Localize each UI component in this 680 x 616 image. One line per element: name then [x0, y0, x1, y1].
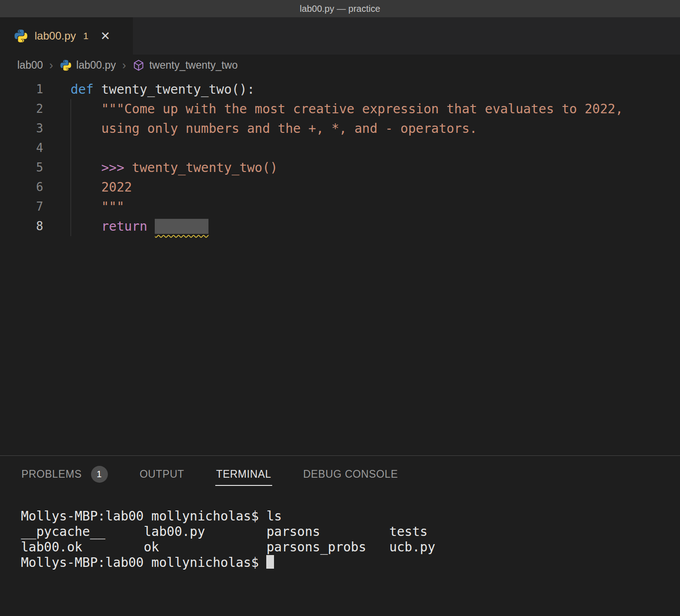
- tab-lab00-py[interactable]: lab00.py 1 ✕: [0, 17, 133, 55]
- tab-terminal-label: TERMINAL: [216, 468, 271, 480]
- window-title: lab00.py — practice: [300, 4, 381, 14]
- tab-output[interactable]: OUTPUT: [139, 460, 185, 489]
- terminal-line: Mollys-MBP:lab00 mollynicholas$ ls: [21, 509, 680, 524]
- close-icon[interactable]: ✕: [100, 30, 110, 42]
- code-text: """: [43, 197, 124, 217]
- tab-filename: lab00.py: [35, 30, 76, 42]
- chevron-right-icon: ›: [48, 59, 54, 72]
- line-number: 6: [0, 177, 43, 197]
- tab-terminal[interactable]: TERMINAL: [215, 460, 272, 489]
- terminal-line: Mollys-MBP:lab00 mollynicholas$: [21, 555, 680, 571]
- breadcrumb-file-label: lab00.py: [76, 59, 116, 71]
- code-line[interactable]: 3 using only numbers and the +, *, and -…: [0, 119, 680, 138]
- breadcrumb-file[interactable]: lab00.py: [60, 59, 116, 71]
- line-number: 2: [0, 99, 43, 119]
- problems-count-badge: 1: [91, 466, 108, 483]
- terminal-line: lab00.ok ok parsons_probs ucb.py: [21, 540, 680, 555]
- tab-debug-console[interactable]: DEBUG CONSOLE: [302, 460, 399, 489]
- bottom-panel: PROBLEMS 1 OUTPUT TERMINAL DEBUG CONSOLE…: [0, 455, 680, 616]
- editor-lines: 1def twenty_twenty_two():2 """Come up wi…: [0, 80, 680, 236]
- breadcrumb-symbol-label: twenty_twenty_two: [149, 59, 238, 71]
- tab-problem-count: 1: [83, 30, 89, 41]
- code-text: def twenty_twenty_two():: [43, 80, 255, 99]
- terminal-cursor: [266, 555, 274, 569]
- terminal-line: __pycache__ lab00.py parsons tests: [21, 524, 680, 540]
- tab-output-label: OUTPUT: [140, 468, 184, 480]
- tab-problems[interactable]: PROBLEMS 1: [20, 458, 109, 491]
- panel-tab-bar: PROBLEMS 1 OUTPUT TERMINAL DEBUG CONSOLE: [0, 456, 680, 492]
- code-line[interactable]: 5 >>> twenty_twenty_two(): [0, 158, 680, 177]
- chevron-right-icon: ›: [122, 59, 127, 72]
- breadcrumb-symbol[interactable]: twenty_twenty_two: [132, 59, 238, 71]
- code-text: 2022: [43, 177, 132, 197]
- code-text: """Come up with the most creative expres…: [43, 99, 623, 119]
- selection-with-warning-squiggle: [155, 219, 208, 234]
- terminal[interactable]: Mollys-MBP:lab00 mollynicholas$ ls__pyca…: [0, 492, 680, 616]
- code-line[interactable]: 2 """Come up with the most creative expr…: [0, 99, 680, 119]
- code-line[interactable]: 6 2022: [0, 177, 680, 197]
- terminal-output: Mollys-MBP:lab00 mollynicholas$ ls__pyca…: [21, 509, 680, 571]
- line-number: 8: [0, 217, 43, 236]
- tab-debug-console-label: DEBUG CONSOLE: [303, 468, 398, 480]
- python-icon: [14, 29, 28, 43]
- code-line[interactable]: 8 return: [0, 217, 680, 236]
- code-text: >>> twenty_twenty_two(): [43, 158, 278, 177]
- line-number: 7: [0, 197, 43, 217]
- code-text: using only numbers and the +, *, and - o…: [43, 119, 477, 138]
- code-editor[interactable]: 1def twenty_twenty_two():2 """Come up wi…: [0, 76, 680, 455]
- window-titlebar: lab00.py — practice: [0, 0, 680, 17]
- line-number: 3: [0, 119, 43, 138]
- code-text: return: [43, 217, 208, 236]
- line-number: 5: [0, 158, 43, 177]
- breadcrumb: lab00 › lab00.py › twenty_twenty_two: [0, 55, 680, 76]
- code-text: [43, 138, 71, 158]
- tab-problems-label: PROBLEMS: [21, 468, 82, 480]
- editor-tab-bar: lab00.py 1 ✕: [0, 17, 680, 55]
- line-number: 1: [0, 80, 43, 99]
- breadcrumb-folder-label: lab00: [17, 59, 43, 71]
- code-line[interactable]: 1def twenty_twenty_two():: [0, 80, 680, 99]
- python-icon: [60, 59, 72, 71]
- line-number: 4: [0, 138, 43, 158]
- breadcrumb-folder[interactable]: lab00: [17, 59, 43, 71]
- code-line[interactable]: 7 """: [0, 197, 680, 217]
- code-line[interactable]: 4: [0, 138, 680, 158]
- symbol-cube-icon: [132, 59, 145, 71]
